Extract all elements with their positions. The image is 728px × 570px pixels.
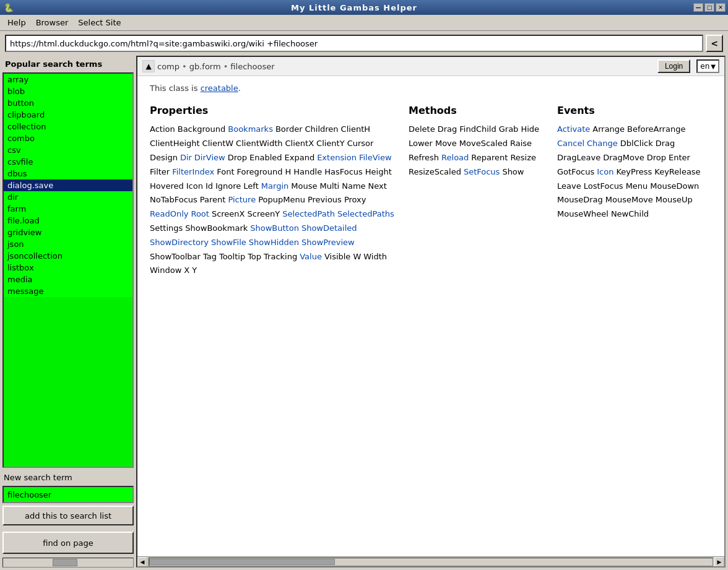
property-link[interactable]: Value [300,251,322,264]
method-link: MoveScaled [459,137,508,150]
bottom-scrollbar[interactable]: ◀ ▶ [137,556,724,566]
search-list-item[interactable]: dialog.save [4,179,132,191]
event-link[interactable]: Activate [557,123,590,136]
creatable-link[interactable]: creatable [201,84,238,93]
scroll-left-arrow[interactable]: ◀ [137,557,147,567]
property-link: Children [305,123,339,136]
search-list-item[interactable]: farm [4,203,132,215]
search-list-item[interactable]: file.load [4,215,132,227]
search-list-item[interactable]: gridview [4,227,132,238]
method-link: Reparent [471,152,508,165]
property-link: Height [365,166,392,179]
new-search-input[interactable] [2,486,134,503]
search-list-item[interactable]: json [4,238,132,250]
event-link: LostFocus [584,180,623,193]
search-list-item[interactable]: dir [4,191,132,203]
property-link: Mouse [291,180,317,193]
property-link: Handle [293,166,322,179]
event-link[interactable]: Change [587,137,618,150]
property-link[interactable]: DirView [194,152,225,165]
property-link[interactable]: Root [191,208,209,221]
property-link: Id [206,180,213,193]
event-link: MouseUp [656,194,693,207]
menu-browser[interactable]: Browser [31,17,74,28]
left-hscroll-thumb [53,559,77,566]
scroll-right-arrow[interactable]: ▶ [714,557,724,567]
close-button[interactable]: ✕ [716,3,726,12]
back-button[interactable]: < [706,35,723,52]
property-link[interactable]: ShowFile [211,236,246,249]
property-link: Background [178,123,226,136]
property-link: Font [217,166,234,179]
login-button[interactable]: Login [657,59,690,73]
search-list-item[interactable]: combo [4,132,132,144]
property-link[interactable]: ShowDirectory [150,236,209,249]
event-link[interactable]: Icon [597,166,613,179]
window-controls[interactable]: — □ ✕ [693,3,726,12]
maximize-button[interactable]: □ [704,3,714,12]
search-list-item[interactable]: message [4,285,132,297]
hscroll-track[interactable] [149,558,713,566]
search-list-item[interactable]: media [4,274,132,285]
property-link[interactable]: FilterIndex [172,166,214,179]
event-link[interactable]: Cancel [557,137,584,150]
method-link: Refresh [409,152,439,165]
search-list-item[interactable]: csv [4,144,132,156]
breadcrumb-form: gb.form [189,62,221,71]
search-list-item[interactable]: clipboard [4,109,132,121]
menu-select-site[interactable]: Select Site [73,17,126,28]
search-list-item[interactable]: dbus [4,168,132,179]
language-dropdown-arrow[interactable]: ▼ [711,63,716,70]
property-link: ShowToolbar [150,251,201,264]
breadcrumb-sep1: • [182,62,187,71]
search-list-item[interactable]: csvfile [4,156,132,168]
web-content[interactable]: This class is creatable. Properties Acti… [137,76,724,556]
language-selector[interactable]: en ▼ [696,59,719,73]
app-title: My Little Gambas Helper [15,3,693,12]
property-link[interactable]: SelectedPaths [337,208,394,221]
panel-title: Popular search terms [2,58,134,70]
property-link[interactable]: SelectedPath [282,208,335,221]
property-link: Icon [186,180,203,193]
property-link[interactable]: Dir [180,152,192,165]
new-search-section: New search term add this to search list [2,470,134,527]
property-link[interactable]: Extension [317,152,357,165]
method-link: Grab [499,123,519,136]
breadcrumb-up-button[interactable]: ▲ [142,60,155,72]
property-link[interactable]: ReadOnly [150,208,188,221]
app-icon: 🐍 [2,1,15,14]
search-list-item[interactable]: button [4,97,132,109]
event-link: DragLeave [557,152,600,165]
menu-help[interactable]: Help [2,17,31,28]
property-link[interactable]: ShowButton [250,222,299,235]
search-list-item[interactable]: collection [4,121,132,132]
menu-bar: Help Browser Select Site [0,15,728,31]
property-link: PopupMenu [258,194,305,207]
left-panel-hscrollbar[interactable] [2,558,134,568]
search-list-item[interactable]: array [4,74,132,85]
search-list-item[interactable]: listbox [4,262,132,274]
add-to-search-button[interactable]: add this to search list [2,506,134,525]
find-on-page-button[interactable]: find on page [2,532,134,554]
property-link[interactable]: Bookmarks [228,123,273,136]
url-input[interactable] [5,35,703,52]
wiki-intro: This class is creatable. [150,82,712,95]
property-link[interactable]: Picture [228,194,256,207]
search-list-item[interactable]: blob [4,85,132,97]
property-link[interactable]: ShowDetailed [301,222,357,235]
property-link[interactable]: ShowHidden [249,236,299,249]
search-list-item[interactable]: jsoncollection [4,250,132,262]
method-link[interactable]: SetFocus [464,166,500,179]
property-link[interactable]: ShowPreview [301,236,355,249]
breadcrumb-bar: ▲ comp • gb.form • filechooser Login en … [137,57,724,76]
minimize-button[interactable]: — [693,3,703,12]
property-link: Design [150,152,178,165]
method-link[interactable]: Reload [441,152,469,165]
property-link[interactable]: Margin [261,180,288,193]
search-list[interactable]: arrayblobbuttonclipboardcollectioncomboc… [2,72,134,468]
breadcrumb-sep2: • [223,62,228,71]
events-section: Events Activate Arrange BeforeArrange Ca… [557,103,712,277]
property-link[interactable]: FileView [359,152,392,165]
property-link: Window [150,264,181,277]
event-link: KeyRelease [654,166,700,179]
